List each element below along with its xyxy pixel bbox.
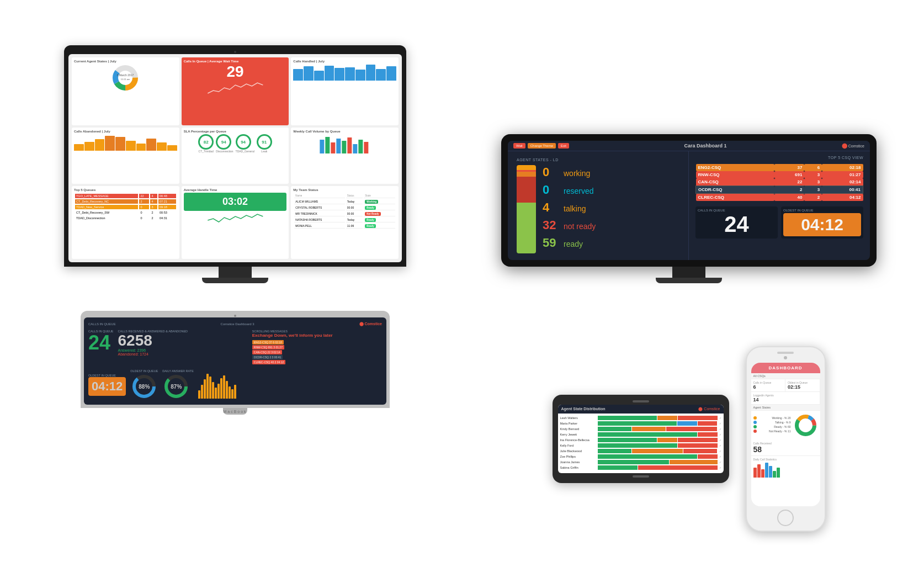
team-status-3: 00:00: [346, 211, 363, 216]
bar-green-leah: [598, 416, 657, 420]
calls-handled-chart: [293, 64, 396, 81]
agent-name-maria: Maria Parker: [560, 422, 596, 425]
csq-ocdr-v1: 2: [774, 186, 805, 194]
agent-dist-kelly: Kelly Ford ✓: [560, 443, 721, 448]
agent-icon-kelly: ✓: [719, 444, 721, 447]
ip-calls-received: Calls Received 58: [751, 440, 820, 456]
tv-stat-ready-num: 59: [543, 236, 559, 250]
monitor: Current Agent States | July 8 March 2017…: [64, 45, 406, 267]
bar-red-julie: [683, 449, 717, 453]
csq-table: ENG2-CSQ 37 6 02:18 RNW-CSQ 691 3 01:27: [695, 163, 863, 201]
csq-rnw-v2: 3: [804, 171, 822, 178]
calls-abandoned-card: Calls Abandoned | July: [72, 128, 179, 184]
mb-messages: SCROLLING MESSAGES Exchange Down, we'll …: [252, 330, 382, 365]
macbook-camera: [234, 315, 236, 317]
queue-name-1: TGO_LATE_MESSAGE: [75, 194, 138, 198]
macbook-label: MacBook: [223, 410, 247, 414]
agent-dist-maria: Maria Parker ✓: [560, 421, 721, 426]
tv-tab-theme[interactable]: Change Theme: [528, 143, 556, 149]
agent-name-joanna: Joanna James: [560, 460, 596, 464]
queue-v2-2: 4: [150, 199, 157, 204]
agent-icon-julie: ✓: [719, 449, 721, 453]
bar-working: [517, 165, 536, 170]
queue-time-1: 06:48: [158, 194, 176, 198]
agent-name-zoe: Zoe Phillips: [560, 455, 596, 458]
mb-calls-in-queue: CALLS IN QUEUE 24: [88, 330, 114, 365]
queue-row-2: CT_Debt_Recovery_NC 2 4 07:21: [75, 199, 176, 204]
team-agent-2: CRYSTAL ROBERTS: [294, 205, 345, 210]
ip-stats-grid: Calls in Queue 6 Oldest in Queue 02:15 L…: [751, 379, 820, 405]
svg-text:11:11 am: 11:11 am: [121, 78, 130, 81]
mb-bar-chart-container: [198, 371, 382, 399]
csq-rnw-v1: 691: [774, 171, 805, 178]
tablet-header: Agent State Distribution ⬤ Comstice: [558, 405, 724, 414]
svg-rect-11: [348, 137, 352, 153]
tv-main-content: AGENT STATES - LD: [508, 151, 870, 260]
tv-tab-wait[interactable]: Wait: [513, 143, 525, 149]
sla-item-4: 91 Leak: [257, 134, 272, 153]
tv-agent-states-content: 0 working 0 reserved 4 talking: [517, 165, 679, 253]
queue-table: TGO_LATE_MESSAGE 22 4 06:48 CT_Debt_Reco…: [74, 193, 177, 221]
bar-orange-julie: [632, 449, 683, 453]
tv-stats-list: 0 working 0 reserved 4 talking: [543, 165, 679, 253]
tv-csq-section: TOP 5 CSQ VIEW: [689, 151, 870, 260]
agent-bars-ina: [598, 438, 718, 442]
queue-v1-5: 0: [139, 216, 149, 220]
sla-label-2: Disconnection: [216, 150, 233, 153]
monitor-section: Current Agent States | July 8 March 2017…: [17, 17, 454, 283]
team-agent-3: MR TREDINNICK: [294, 211, 345, 216]
ip-stat-oldest: Oldest in Queue 02:15: [785, 379, 820, 392]
team-row-4: NATASHA ROBERTS Today Ready: [294, 218, 395, 222]
ip-section-all-csqs: All CSQs: [751, 373, 820, 379]
tv-tab-exit[interactable]: Exit: [558, 143, 569, 149]
calls-in-queue-header: Calls In Queue | Average Wait Time: [184, 60, 287, 63]
sla-card: SLA Percentage per Queue 82 CT_Trinidad …: [182, 128, 289, 184]
mb-csq-ocdr: OCDR-CSQ 2 3 00:41: [252, 355, 283, 359]
iphone-home-button[interactable]: [777, 510, 794, 526]
agent-icon-leah: ✓: [719, 416, 721, 420]
sla-header: SLA Percentage per Queue: [184, 130, 287, 133]
tv-stat-reserved: 0 reserved: [543, 183, 679, 197]
queue-row-4: CT_Debt_Recovery_SW 0 2 00:53: [75, 210, 176, 215]
bar-red-kerry: [698, 432, 718, 437]
csq-rnw-name: RNW-CSQ: [696, 171, 774, 178]
agent-icon-zoe: ✓: [719, 455, 721, 458]
tv-bottom-stats: CALLS IN QUEUE 24 OLDEST IN QUEUE 04:12: [695, 206, 863, 239]
sla-title: SLA Percentage per Queue: [184, 130, 226, 133]
sla-value-1: 82: [198, 134, 214, 150]
agent-name-sabina: Sabina Griffin: [560, 466, 596, 469]
bar-blue-maria: [677, 421, 697, 426]
tv-tabs: Wait Change Theme Exit: [513, 143, 569, 149]
tv-agent-states-label: AGENT STATES - LD: [517, 158, 679, 162]
team-status-4: Today: [346, 218, 363, 222]
svg-rect-9: [337, 139, 341, 153]
svg-rect-7: [326, 137, 330, 153]
bar-red-kelly: [678, 443, 718, 448]
team-row-5: MONIA PELL 11:06 Ready: [294, 224, 395, 229]
agent-states-title: Current Agent States | July: [74, 60, 116, 63]
bar-green-sabina: [598, 465, 638, 470]
agent-dist-ina: Ina Florence-Bellecsa ✓: [560, 438, 721, 442]
sla-circles: 82 CT_Trinidad 94 Disconnection 94 TDAD_…: [184, 134, 287, 153]
bar-red-maria: [698, 421, 718, 426]
ip-bar-7: [777, 468, 780, 478]
agent-icon-maria: ✓: [719, 422, 721, 425]
ip-bar-1: [753, 468, 757, 478]
queue-v2-3: 3: [150, 205, 157, 209]
agent-icon-kindy: ✓: [719, 427, 721, 431]
bar-orange-joanna: [670, 460, 717, 464]
queue-v2-5: 2: [150, 216, 157, 220]
svg-rect-13: [359, 140, 363, 153]
ip-bar-4: [765, 463, 768, 478]
queue-v1-4: 0: [139, 210, 149, 215]
tv-screen: Wait Change Theme Exit Cara Dashboard 1 …: [508, 141, 870, 260]
agent-dist-sabina: Sabina Griffin ✓: [560, 465, 721, 470]
mb-donut-87-container: 87%: [162, 373, 190, 400]
agent-bars-julie: [598, 449, 718, 453]
queue-name-2: CT_Debt_Recovery_NC: [75, 199, 138, 204]
tv-oldest-in-queue-value: 04:12: [783, 213, 861, 236]
team-state-3: Not Ready: [364, 211, 395, 216]
csq-row-eng: ENG2-CSQ 37 6 02:18: [696, 164, 863, 171]
macbook: CALLS IN QUEUE Comstice Dashboard 3 ⬤ Co…: [81, 311, 390, 408]
calls-in-queue-card: Calls In Queue | Average Wait Time 29: [182, 57, 289, 126]
